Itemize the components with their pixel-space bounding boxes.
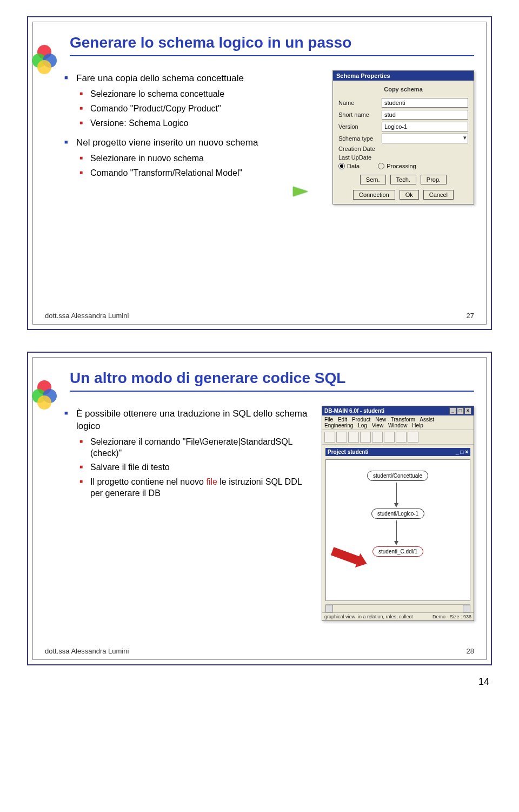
horizontal-scrollbar[interactable] xyxy=(325,604,470,612)
toolbar-button[interactable] xyxy=(384,432,395,443)
status-right: Demo - Size : 936 xyxy=(432,614,471,619)
connection-button[interactable]: Connection xyxy=(353,190,395,200)
logo-icon xyxy=(30,44,59,73)
node-logico[interactable]: studenti/Logico-1 xyxy=(371,509,424,519)
logo-icon xyxy=(30,379,59,408)
bullet-text: È possibile ottenere una traduzione in S… xyxy=(76,408,307,431)
udate-label: Last UpDate xyxy=(338,154,382,161)
title-underline xyxy=(70,391,474,392)
menu-item[interactable]: New xyxy=(375,417,386,422)
schematype-select[interactable] xyxy=(382,134,468,143)
menu-item[interactable]: Help xyxy=(412,422,423,428)
menu-item[interactable]: Log xyxy=(358,422,367,428)
toolbar-button[interactable] xyxy=(408,432,418,443)
title-underline xyxy=(70,55,474,56)
bullet-l2: Selezionare lo schema concettuale xyxy=(78,87,324,102)
close-icon[interactable]: × xyxy=(464,407,471,414)
tech-button[interactable]: Tech. xyxy=(390,175,416,184)
bullet-text: Fare una copia dello schema concettuale xyxy=(76,73,244,83)
maximize-icon[interactable]: □ xyxy=(457,407,464,414)
project-canvas: studenti/Concettuale studenti/Logico-1 s… xyxy=(325,459,470,601)
menu-item[interactable]: Engineering xyxy=(324,422,353,428)
toolbar-button[interactable] xyxy=(396,432,407,443)
menu-item[interactable]: Assist xyxy=(420,417,434,422)
file-highlight: file xyxy=(206,477,217,486)
version-input[interactable]: Logico-1 xyxy=(382,122,468,131)
menu-item[interactable]: View xyxy=(372,422,384,428)
node-concettuale[interactable]: studenti/Concettuale xyxy=(367,471,428,481)
menu-item[interactable]: Edit xyxy=(338,417,347,422)
menu-item[interactable]: File xyxy=(324,417,333,422)
bullet-text: Nel progetto viene inserito un nuovo sch… xyxy=(76,137,258,148)
node-ddl[interactable]: studenti_C.ddl/1 xyxy=(372,546,423,557)
footer-author: dott.ssa Alessandra Lumini xyxy=(45,312,129,320)
bullet-l2: Il progetto contiene nel nuovo file le i… xyxy=(78,475,313,501)
bullet-l2: Comando "Transform/Relational Model" xyxy=(78,166,324,181)
arrowhead-icon xyxy=(394,503,398,507)
status-left: graphical view: in a relation, roles, co… xyxy=(324,614,413,619)
processing-radio[interactable]: Processing xyxy=(378,163,416,169)
menu-item[interactable]: Product xyxy=(352,417,370,422)
bullet-l1: È possibile ottenere una traduzione in S… xyxy=(63,406,313,505)
bullet-l2: Selezionare in nuovo schema xyxy=(78,151,324,166)
connector xyxy=(396,483,397,504)
dbmain-window: DB-MAIN 6.0f - studenti _ □ × File Edit … xyxy=(322,406,474,621)
footer-author: dott.ssa Alessandra Lumini xyxy=(45,647,129,655)
project-title: Project studenti xyxy=(328,449,369,455)
dialog-heading: Copy schema xyxy=(338,86,468,96)
maximize-icon[interactable]: □ xyxy=(460,449,463,455)
bullet-l1: Fare una copia dello schema concettuale … xyxy=(63,70,324,135)
footer-page: 27 xyxy=(467,312,474,320)
arrowhead-icon xyxy=(394,541,398,545)
close-icon[interactable]: × xyxy=(465,449,468,455)
slide-title: Generare lo schema logico in un passo xyxy=(70,33,474,52)
sem-button[interactable]: Sem. xyxy=(360,175,386,184)
toolbar-button[interactable] xyxy=(360,432,371,443)
bullet-l1: Nel progetto viene inserito un nuovo sch… xyxy=(63,135,324,185)
connector xyxy=(396,520,397,542)
bullet-l2: Versione: Schema Logico xyxy=(78,116,324,131)
green-arrow-icon xyxy=(293,187,308,196)
minimize-icon[interactable]: _ xyxy=(456,449,459,455)
shortname-label: Short name xyxy=(338,111,382,118)
name-input[interactable]: studenti xyxy=(382,98,468,108)
toolbar xyxy=(322,430,474,445)
document-page-number: 14 xyxy=(0,671,519,698)
schema-properties-dialog: Schema Properties Copy schema Namestuden… xyxy=(332,70,474,204)
data-radio[interactable]: Data xyxy=(338,163,360,169)
name-label: Name xyxy=(338,100,382,106)
toolbar-button[interactable] xyxy=(372,432,383,443)
ok-button[interactable]: Ok xyxy=(400,190,419,200)
bullet-l2: Selezionare il comando "File\Generate|St… xyxy=(78,435,313,461)
menubar: File Edit Product New Transform Assist E… xyxy=(322,415,474,430)
toolbar-button[interactable] xyxy=(348,432,359,443)
schematype-label: Schema type xyxy=(338,135,382,142)
bullet-l2: Salvare il file di testo xyxy=(78,460,313,475)
prop-button[interactable]: Prop. xyxy=(421,175,447,184)
shortname-input[interactable]: stud xyxy=(382,110,468,120)
cdate-label: Creation Date xyxy=(338,146,382,152)
dialog-title: Schema Properties xyxy=(333,71,474,81)
app-title: DB-MAIN 6.0f - studenti xyxy=(324,408,384,414)
toolbar-button[interactable] xyxy=(336,432,347,443)
minimize-icon[interactable]: _ xyxy=(449,407,456,414)
slide-title: Un altro modo di generare codice SQL xyxy=(70,368,474,387)
bullet-l2: Comando "Product/Copy Product" xyxy=(78,102,324,116)
menu-item[interactable]: Transform xyxy=(391,417,415,422)
version-label: Version xyxy=(338,123,382,130)
toolbar-button[interactable] xyxy=(324,432,335,443)
red-arrow-icon xyxy=(331,547,361,565)
cancel-button[interactable]: Cancel xyxy=(423,190,454,200)
footer-page: 28 xyxy=(467,647,474,655)
menu-item[interactable]: Window xyxy=(388,422,408,428)
